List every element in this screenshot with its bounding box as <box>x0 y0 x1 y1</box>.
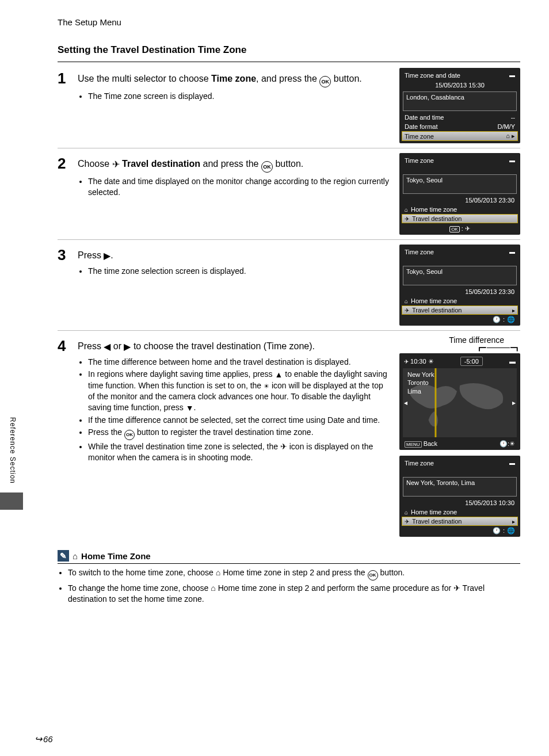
step-2: 2 Choose ✈ Travel destination and press … <box>58 153 520 240</box>
step4-bullet5: While the travel destination time zone i… <box>88 441 391 463</box>
text: button to register the travel destinatio… <box>135 427 314 437</box>
text: Press <box>78 250 104 260</box>
plane-icon: ✈ <box>405 518 409 525</box>
step-number: 1 <box>58 68 69 143</box>
text-bold: Date and time <box>327 415 378 425</box>
opt-home: Home time zone <box>411 297 457 304</box>
screen-datetime: 15/05/2013 23:30 <box>402 196 518 205</box>
menu-date-time: Date and time <box>405 114 444 121</box>
daylight-icon: ☀ <box>428 358 434 365</box>
step4-bullet2: In regions where daylight saving time ap… <box>88 369 391 414</box>
map-time: 10:30 <box>410 358 426 365</box>
battery-icon: ▬ <box>509 249 515 255</box>
text-bold: Travel destination <box>122 159 200 169</box>
plane-icon: ✈ <box>405 307 409 314</box>
text: Press the <box>88 427 124 437</box>
home-icon: ⌂ <box>216 568 220 577</box>
screen-title: Time zone <box>405 157 434 164</box>
ok-icon: OK <box>261 161 273 173</box>
up-arrow-icon: ▲ <box>275 369 283 380</box>
menu-timezone-selected: Time zone <box>405 133 434 140</box>
screen-timezone-4b: Time zone▬ New York, Toronto, Lima 15/05… <box>399 456 520 537</box>
note-home-time-zone: ✎ ⌂ Home Time Zone To switch to the home… <box>58 550 520 605</box>
text-bold: Home time zone <box>223 568 281 577</box>
step-4: 4 Press ◀ or ▶ to choose the travel dest… <box>58 335 520 541</box>
right-arrow-icon: ▶ <box>124 341 131 353</box>
map-city: New York <box>407 371 434 379</box>
menu-date-format: Date format <box>405 123 437 130</box>
plane-icon: ✈ <box>405 216 409 222</box>
svg-rect-1 <box>434 368 436 437</box>
step4-bullet1: The time difference between home and the… <box>88 357 391 368</box>
clock-icon: 🕐 <box>493 316 501 323</box>
right-arrow-icon: ▶ <box>104 250 110 262</box>
reference-icon: ↪ <box>35 734 42 744</box>
page-footer: ↪66 <box>35 734 53 744</box>
battery-icon: ▬ <box>509 157 515 164</box>
screen-timezone-3: Time zone▬ Tokyo, Seoul 15/05/2013 23:30… <box>399 245 520 326</box>
text: or <box>110 341 124 351</box>
text: to choose the travel destination (Time z… <box>131 341 315 351</box>
note-bullet2: To change the home time zone, choose ⌂ H… <box>68 583 520 605</box>
step4-bullet3: If the time difference cannot be selecte… <box>88 415 391 426</box>
text: to set the home time zone. <box>107 594 204 604</box>
text: While the travel destination time zone i… <box>88 442 280 451</box>
screen-datetime: 15/05/2013 15:30 <box>402 81 518 90</box>
text: . <box>110 250 113 260</box>
screen-title: Time zone <box>405 249 434 255</box>
text: To change the home time zone, choose <box>68 583 211 593</box>
ok-icon: OK <box>368 570 378 581</box>
screen-timezone-date: Time zone and date▬ 15/05/2013 15:30 Lon… <box>399 68 520 143</box>
right-chevron-icon: ▸ <box>512 307 515 314</box>
opt-travel-selected: Travel destination <box>412 307 462 314</box>
menu-value: D/M/Y <box>497 123 515 130</box>
time-diff-label: Time difference <box>399 335 520 345</box>
text: Use the multi selector to choose <box>78 74 211 83</box>
map-city: Toronto <box>407 379 434 387</box>
opt-home: Home time zone <box>411 206 457 213</box>
step4-instruction: Press ◀ or ▶ to choose the travel destin… <box>78 340 391 353</box>
screen-title: Time zone <box>405 460 434 467</box>
section-title: Setting the Travel Destination Time Zone <box>58 44 520 56</box>
screen-timezone-2: Time zone▬ Tokyo, Seoul 15/05/2013 23:30… <box>399 153 520 235</box>
home-icon: ⌂ ▸ <box>506 132 515 140</box>
step-number: 2 <box>58 153 69 235</box>
page-number: 66 <box>43 734 53 744</box>
step3-bullet: The time zone selection screen is displa… <box>88 266 391 277</box>
step-number: 4 <box>58 335 69 537</box>
text: . <box>194 403 196 412</box>
text: , and press the <box>256 74 319 83</box>
text: To switch to the home time zone, choose <box>68 568 216 577</box>
clock-icon: 🕐 <box>493 527 501 534</box>
plane-icon: ✈ <box>453 583 460 593</box>
map-city: Lima <box>407 387 434 395</box>
screen-datetime: 15/05/2013 23:30 <box>402 287 518 296</box>
left-arrow-icon: ◀ <box>104 341 110 353</box>
home-icon: ⌂ <box>211 583 215 593</box>
text: Press <box>78 341 104 351</box>
step-number: 3 <box>58 245 69 326</box>
daylight-icon: ☀ <box>264 383 269 390</box>
home-icon: ⌂ <box>405 298 408 304</box>
right-chevron-icon: ▸ <box>512 518 515 525</box>
back-label: Back <box>424 440 437 447</box>
text: Choose <box>78 159 112 169</box>
clock-icon: 🕐 <box>500 440 508 447</box>
home-icon: ⌂ <box>73 551 78 561</box>
side-tab-label: Reference Section <box>8 414 17 487</box>
daylight-icon: ☀ <box>509 440 515 447</box>
map-right-arrow-icon: ▸ <box>512 399 516 407</box>
text: If the time difference cannot be selecte… <box>88 415 327 425</box>
menu-button-icon: MENU <box>405 441 422 448</box>
plane-icon: ✈ <box>112 158 120 171</box>
text: button. <box>378 568 405 577</box>
note-title: Home Time Zone <box>81 551 151 561</box>
travel-mode-icon: ✈ <box>280 442 287 451</box>
text: in step 2 and perform the same procedure… <box>277 583 453 593</box>
world-map: New York Toronto Lima ◂ ▸ <box>403 368 517 437</box>
text-bold: Time zone <box>211 74 256 83</box>
home-icon: ⌂ <box>405 509 408 516</box>
step4-bullet4: Press the OK button to register the trav… <box>88 427 391 440</box>
map-left-arrow-icon: ◂ <box>404 399 407 407</box>
step-3: 3 Press ▶. The time zone selection scree… <box>58 245 520 331</box>
